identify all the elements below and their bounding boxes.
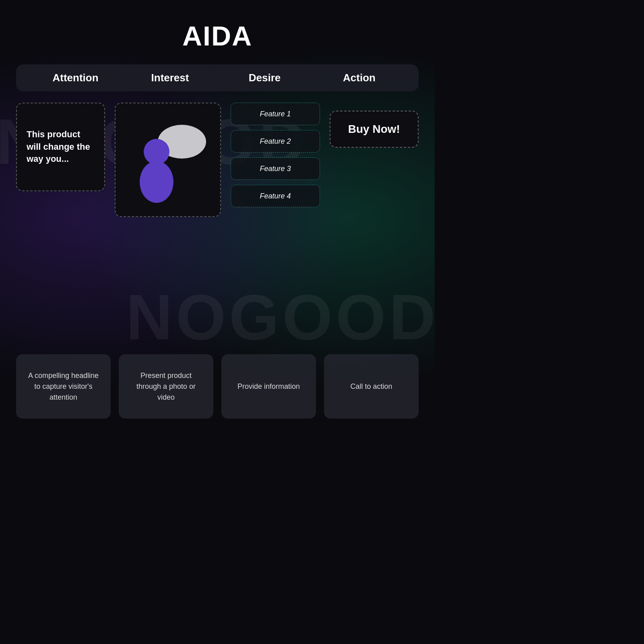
page-wrapper: AIDA Attention Interest Desire Action Th… [0, 0, 435, 435]
header-bar: Attention Interest Desire Action [16, 64, 419, 91]
bottom-card-action: Call to action [324, 354, 419, 419]
desire-column: Feature 1 Feature 2 Feature 3 Feature 4 [231, 103, 320, 207]
bottom-card-desire: Provide information [221, 354, 316, 419]
attention-text: This product will change the way you... [27, 128, 95, 165]
svg-point-3 [140, 161, 173, 203]
buy-now-card[interactable]: Buy Now! [330, 111, 419, 148]
feature-card-3: Feature 3 [231, 157, 320, 180]
bottom-card-interest: Present product through a photo or video [119, 354, 213, 419]
attention-card: This product will change the way you... [16, 103, 105, 191]
bottom-card-attention: A compelling headline to capture visitor… [16, 354, 111, 419]
header-action: Action [312, 72, 407, 84]
header-interest: Interest [123, 72, 217, 84]
bottom-row: A compelling headline to capture visitor… [16, 354, 419, 419]
person-svg [124, 111, 212, 208]
interest-column [115, 103, 221, 217]
page-title: AIDA [16, 20, 419, 52]
action-column: Buy Now! [330, 103, 419, 148]
attention-column: This product will change the way you... [16, 103, 105, 191]
main-content: This product will change the way you... [16, 103, 419, 340]
header-attention: Attention [28, 72, 123, 84]
person-illustration [124, 111, 212, 208]
interest-card [115, 103, 221, 217]
svg-point-2 [144, 139, 169, 165]
feature-card-4: Feature 4 [231, 185, 320, 207]
header-desire: Desire [217, 72, 312, 84]
buy-now-label: Buy Now! [348, 123, 400, 136]
feature-card-1: Feature 1 [231, 103, 320, 125]
feature-card-2: Feature 2 [231, 130, 320, 153]
